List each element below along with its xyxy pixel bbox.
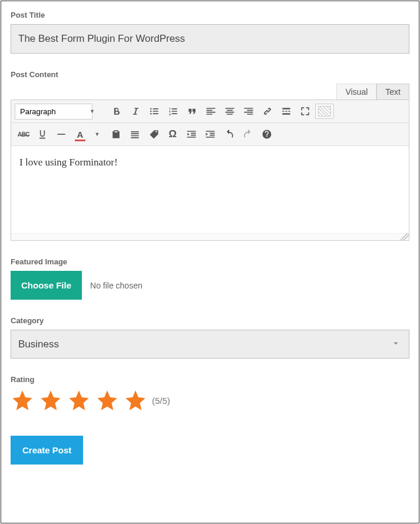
editor-content[interactable]: I love using Forminator! (11, 146, 409, 233)
strikethrough-icon[interactable]: ABC (15, 125, 32, 143)
post-title-label: Post Title (11, 11, 409, 19)
text-color-dropdown-icon[interactable]: ▼ (88, 125, 106, 143)
align-center-icon[interactable] (221, 102, 239, 120)
link-icon[interactable] (259, 102, 276, 120)
category-label: Category (11, 316, 409, 325)
rating-section: Rating (5/5) (11, 375, 409, 412)
numbered-list-icon[interactable] (164, 102, 182, 120)
read-more-icon[interactable] (277, 102, 295, 120)
resize-handle-icon[interactable] (401, 233, 409, 240)
svg-point-2 (150, 113, 151, 115)
align-right-icon[interactable] (240, 102, 257, 120)
star-icon[interactable] (39, 389, 62, 412)
italic-icon[interactable] (127, 102, 144, 120)
svg-point-0 (150, 108, 151, 110)
bold-icon[interactable] (108, 102, 125, 120)
star-icon[interactable] (67, 389, 91, 412)
special-character-icon[interactable]: Ω (164, 125, 181, 143)
align-left-icon[interactable] (202, 102, 220, 120)
editor: Paragraph ABC A (11, 100, 409, 241)
toolbar-row-1: Paragraph (11, 100, 409, 123)
editor-tabs: Visual Text (11, 84, 409, 100)
post-title-section: Post Title (11, 11, 409, 54)
star-icon[interactable] (95, 389, 119, 412)
featured-image-label: Featured Image (11, 257, 409, 266)
format-select-wrap[interactable]: Paragraph (15, 104, 100, 120)
horizontal-rule-icon[interactable] (52, 125, 70, 143)
indent-icon[interactable] (201, 125, 219, 143)
tab-visual[interactable]: Visual (336, 84, 376, 100)
underline-icon[interactable] (34, 125, 51, 143)
bullet-list-icon[interactable] (145, 102, 163, 120)
svg-point-1 (150, 111, 151, 112)
outdent-icon[interactable] (183, 125, 200, 143)
format-select[interactable]: Paragraph (15, 104, 92, 120)
star-icon[interactable] (124, 389, 147, 412)
undo-icon[interactable] (220, 125, 238, 143)
tag-icon[interactable] (145, 125, 163, 143)
rating-value-text: (5/5) (152, 396, 170, 406)
form-container: Post Title Post Content Visual Text Para… (1, 1, 419, 523)
star-icon[interactable] (11, 389, 34, 412)
clear-formatting-icon[interactable] (126, 125, 144, 143)
file-status-text: No file chosen (90, 281, 143, 290)
post-content-label: Post Content (11, 70, 409, 79)
toolbar-toggle-icon[interactable] (315, 104, 334, 119)
editor-statusbar (11, 233, 409, 240)
category-select[interactable]: Business (11, 330, 409, 359)
fullscreen-icon[interactable] (296, 102, 314, 120)
choose-file-button[interactable]: Choose File (11, 271, 82, 300)
help-icon[interactable] (258, 125, 276, 143)
post-title-input[interactable] (11, 24, 409, 54)
blockquote-icon[interactable] (183, 102, 201, 120)
featured-image-section: Featured Image Choose File No file chose… (11, 257, 409, 300)
category-section: Category Business (11, 316, 409, 359)
tab-text[interactable]: Text (376, 84, 409, 100)
toolbar-row-2: ABC A ▼ Ω (11, 123, 409, 146)
post-content-section: Post Content Visual Text Paragraph (11, 70, 409, 241)
text-color-icon[interactable]: A (71, 125, 89, 143)
create-post-button[interactable]: Create Post (11, 436, 83, 465)
redo-icon[interactable] (239, 125, 257, 143)
rating-label: Rating (11, 375, 409, 384)
paste-text-icon[interactable] (107, 125, 125, 143)
